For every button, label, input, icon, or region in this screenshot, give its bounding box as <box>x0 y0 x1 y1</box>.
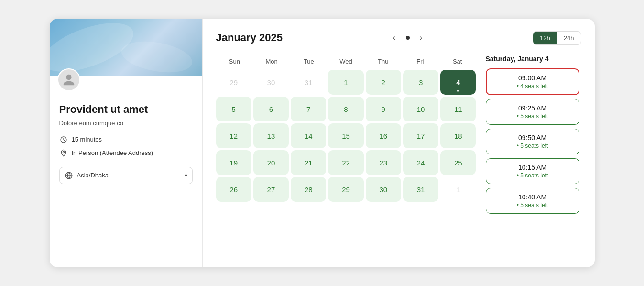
day-cell[interactable]: 26 <box>216 177 251 202</box>
slot-time: 09:25 AM <box>492 104 573 112</box>
time-slot[interactable]: 09:00 AM 4 seats left <box>486 68 579 95</box>
day-cell[interactable]: 19 <box>216 150 251 175</box>
day-cell[interactable]: 8 <box>328 97 363 121</box>
time-slot[interactable]: 10:40 AM 5 seats left <box>486 188 579 214</box>
day-cell[interactable]: 29 <box>328 177 363 202</box>
day-cell: 1 <box>440 177 476 202</box>
profile-name: hydra <box>85 79 103 88</box>
slot-seats: 5 seats left <box>492 143 573 149</box>
day-cell[interactable]: 4 <box>440 70 476 95</box>
calendar-body: Sun Mon Tue Wed Thu Fri Sat 293031123456… <box>216 55 581 256</box>
day-cell[interactable]: 24 <box>403 150 438 175</box>
12h-button[interactable]: 12h <box>533 32 557 44</box>
day-cell[interactable]: 10 <box>403 97 438 121</box>
time-slot[interactable]: 10:15 AM 5 seats left <box>486 158 579 184</box>
day-cell[interactable]: 5 <box>216 97 251 121</box>
day-cell[interactable]: 22 <box>328 150 363 175</box>
event-title: Provident ut amet <box>59 103 193 117</box>
booking-card: hydra Provident ut amet Dolore eum cumqu… <box>50 19 595 267</box>
day-cell[interactable]: 23 <box>366 150 401 175</box>
time-slots-title: Saturday, January 4 <box>486 55 581 63</box>
timezone-selector[interactable]: Asia/Dhaka UTC America/New_York Europe/L… <box>59 167 193 184</box>
day-cell[interactable]: 9 <box>366 97 401 121</box>
day-cell[interactable]: 30 <box>366 177 401 202</box>
location-icon <box>59 149 68 157</box>
duration-label: 15 minutes <box>72 136 102 143</box>
location-label: In Person (Attendee Address) <box>72 149 153 156</box>
calendar-title: January 2025 <box>216 32 283 44</box>
time-slot[interactable]: 09:25 AM 5 seats left <box>486 99 579 125</box>
right-panel: January 2025 ‹ › 12h 24h Sun Mon Tue Wed… <box>203 19 595 267</box>
location-meta: In Person (Attendee Address) <box>59 149 193 157</box>
slot-time: 10:15 AM <box>492 164 573 171</box>
day-cell[interactable]: 17 <box>403 123 438 148</box>
calendar-header: January 2025 ‹ › 12h 24h <box>216 30 581 45</box>
profile-info: hydra <box>50 63 202 95</box>
slot-seats: 5 seats left <box>492 113 573 120</box>
slot-time: 09:50 AM <box>492 134 573 142</box>
time-slot[interactable]: 09:50 AM 5 seats left <box>486 129 579 154</box>
day-cell[interactable]: 3 <box>403 70 438 95</box>
day-cell: 29 <box>216 70 251 95</box>
weekday-wed: Wed <box>327 55 365 68</box>
time-format-toggle: 12h 24h <box>533 31 581 45</box>
day-cell: 30 <box>253 70 289 95</box>
day-cell[interactable]: 2 <box>366 70 401 95</box>
day-cell[interactable]: 31 <box>403 177 438 202</box>
weekday-labels: Sun Mon Tue Wed Thu Fri Sat <box>216 55 476 68</box>
prev-month-button[interactable]: ‹ <box>387 30 402 45</box>
24h-button[interactable]: 24h <box>557 32 581 44</box>
day-cell[interactable]: 27 <box>253 177 289 202</box>
slot-time: 10:40 AM <box>492 193 573 201</box>
day-cell[interactable]: 28 <box>291 177 326 202</box>
avatar <box>57 68 80 91</box>
weekday-sun: Sun <box>216 55 253 68</box>
next-month-button[interactable]: › <box>414 30 429 45</box>
event-subtitle: Dolore eum cumque co <box>59 120 193 127</box>
day-cell[interactable]: 21 <box>291 150 326 175</box>
weekday-sat: Sat <box>439 55 476 68</box>
weekday-thu: Thu <box>364 55 402 68</box>
nav-controls: ‹ › <box>387 30 429 45</box>
day-cell[interactable]: 20 <box>253 150 289 175</box>
days-grid: 2930311234567891011121314151617181920212… <box>216 70 476 202</box>
event-meta: 15 minutes In Person (Attendee Address) <box>59 135 193 157</box>
day-cell[interactable]: 1 <box>328 70 363 95</box>
time-slots-list: 09:00 AM 4 seats left 09:25 AM 5 seats l… <box>486 68 581 226</box>
left-panel: hydra Provident ut amet Dolore eum cumqu… <box>50 19 203 267</box>
weekday-mon: Mon <box>253 55 290 68</box>
day-cell: 31 <box>291 70 326 95</box>
duration-meta: 15 minutes <box>59 135 193 144</box>
day-cell[interactable]: 13 <box>253 123 289 148</box>
timezone-select-input[interactable]: Asia/Dhaka UTC America/New_York Europe/L… <box>77 172 181 179</box>
day-cell[interactable]: 12 <box>216 123 251 148</box>
svg-point-1 <box>63 151 64 153</box>
calendar-grid: Sun Mon Tue Wed Thu Fri Sat 293031123456… <box>216 55 476 256</box>
weekday-tue: Tue <box>290 55 327 68</box>
nav-dot <box>406 36 410 40</box>
event-info: Provident ut amet Dolore eum cumque co 1… <box>50 95 202 267</box>
chevron-down-icon: ▾ <box>185 172 187 179</box>
day-cell[interactable]: 14 <box>291 123 326 148</box>
day-cell[interactable]: 7 <box>291 97 326 121</box>
slot-seats: 5 seats left <box>492 202 573 209</box>
day-cell[interactable]: 25 <box>440 150 476 175</box>
day-cell[interactable]: 18 <box>440 123 476 148</box>
day-cell[interactable]: 11 <box>440 97 476 121</box>
clock-icon <box>59 135 68 144</box>
globe-icon <box>65 171 73 180</box>
slot-seats: 5 seats left <box>492 172 573 179</box>
day-cell[interactable]: 6 <box>253 97 289 121</box>
weekday-fri: Fri <box>402 55 439 68</box>
time-slots-panel: Saturday, January 4 09:00 AM 4 seats lef… <box>486 55 581 256</box>
day-cell[interactable]: 15 <box>328 123 363 148</box>
slot-time: 09:00 AM <box>492 74 573 82</box>
slot-seats: 4 seats left <box>492 83 573 89</box>
day-cell[interactable]: 16 <box>366 123 401 148</box>
